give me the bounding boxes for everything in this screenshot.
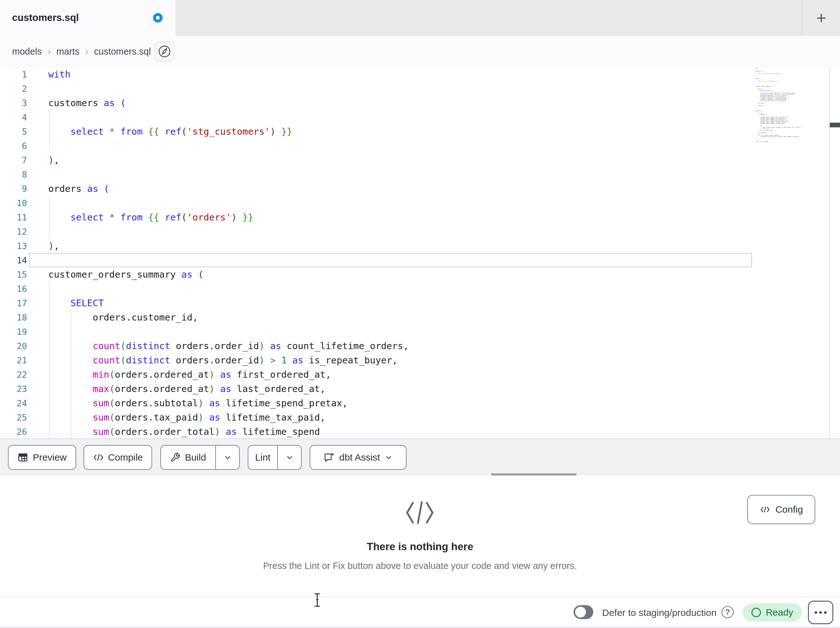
editor-tab-bar: customers.sql +: [0, 0, 840, 36]
editor-gutter: 1234567891011121314151617181920212223242…: [0, 67, 27, 438]
panel-resize-handle[interactable]: [830, 123, 840, 127]
lint-split-button: Lint: [248, 445, 302, 470]
breadcrumb-row: models › marts › customers.sql: [0, 36, 840, 67]
code-line-11[interactable]: select * from {{ ref('orders') }}: [48, 210, 409, 225]
table-icon: [17, 452, 28, 463]
wrench-icon: [170, 452, 180, 462]
line-number-19[interactable]: 19: [0, 325, 27, 339]
line-number-23[interactable]: 23: [0, 382, 27, 396]
line-number-2[interactable]: 2: [0, 82, 27, 96]
editor-minimap[interactable]: with customers as ( select * from {{ ref…: [755, 68, 819, 437]
breadcrumb-customers-sql[interactable]: customers.sql: [94, 46, 151, 57]
ellipsis-icon: •••: [814, 607, 828, 617]
code-line-15[interactable]: customer_orders_summary as (: [48, 267, 409, 282]
build-dropdown-button[interactable]: [216, 446, 239, 469]
build-button[interactable]: Build: [161, 446, 215, 469]
code-line-17[interactable]: SELECT: [48, 296, 409, 310]
line-number-8[interactable]: 8: [0, 168, 27, 182]
tab-customers-sql[interactable]: customers.sql: [0, 0, 175, 36]
line-number-14[interactable]: 14: [0, 253, 27, 267]
line-number-10[interactable]: 10: [0, 196, 27, 210]
assist-label: dbt Assist: [339, 452, 380, 463]
chevron-down-icon: [286, 453, 294, 462]
code-line-23[interactable]: max(orders.ordered_at) as last_ordered_a…: [48, 382, 409, 396]
chevron-right-icon: ›: [47, 46, 51, 57]
assist-chat-icon: [323, 452, 335, 463]
lint-label: Lint: [255, 452, 270, 463]
code-line-13[interactable]: ),: [48, 239, 409, 253]
line-number-5[interactable]: 5: [0, 125, 27, 139]
indent-guide: [49, 110, 49, 153]
code-line-2[interactable]: [48, 82, 409, 96]
code-icon: [759, 505, 771, 514]
breadcrumb-marts[interactable]: marts: [57, 46, 80, 57]
code-line-16[interactable]: [48, 282, 409, 296]
line-number-16[interactable]: 16: [0, 282, 27, 296]
code-line-10[interactable]: [48, 196, 409, 210]
line-number-3[interactable]: 3: [0, 96, 27, 110]
dbt-assist-button[interactable]: dbt Assist: [309, 445, 406, 470]
chevron-down-icon: [224, 453, 232, 462]
code-line-3[interactable]: customers as (: [48, 96, 409, 110]
code-line-6[interactable]: [48, 139, 409, 153]
code-line-4[interactable]: [48, 110, 409, 125]
indent-guide: [49, 196, 49, 239]
plus-icon: +: [816, 8, 826, 28]
code-line-5[interactable]: select * from {{ ref('stg_customers') }}: [48, 125, 409, 139]
code-line-12[interactable]: [48, 225, 409, 239]
line-number-9[interactable]: 9: [0, 182, 27, 196]
line-number-18[interactable]: 18: [0, 310, 27, 325]
line-number-22[interactable]: 22: [0, 367, 27, 382]
code-line-26[interactable]: sum(orders.order_total) as lifetime_spen…: [48, 425, 409, 438]
more-options-button[interactable]: •••: [808, 601, 833, 624]
preview-button[interactable]: Preview: [8, 445, 76, 470]
line-number-11[interactable]: 11: [0, 210, 27, 225]
defer-toggle[interactable]: [573, 605, 593, 619]
code-quality-panel: There is nothing here Press the Lint or …: [0, 476, 840, 596]
line-number-25[interactable]: 25: [0, 410, 27, 425]
code-empty-icon: [404, 500, 435, 525]
code-line-18[interactable]: orders.customer_id,: [48, 310, 409, 325]
line-number-6[interactable]: 6: [0, 139, 27, 153]
code-line-20[interactable]: count(distinct orders.order_id) as count…: [48, 339, 409, 353]
dbt-ide-window: customers.sql + models › marts › custome…: [0, 0, 840, 628]
code-line-9[interactable]: orders as (: [48, 182, 409, 196]
code-layer: withcustomers as ( select * from {{ ref(…: [48, 67, 409, 438]
new-tab-button[interactable]: +: [808, 6, 834, 30]
code-line-25[interactable]: sum(orders.tax_paid) as lifetime_tax_pai…: [48, 410, 409, 425]
empty-state-subtitle: Press the Lint or Fix button above to ev…: [0, 561, 840, 571]
code-line-21[interactable]: count(distinct orders.order_id) > 1 as i…: [48, 353, 409, 367]
line-number-13[interactable]: 13: [0, 239, 27, 253]
code-line-7[interactable]: ),: [48, 153, 409, 168]
line-number-21[interactable]: 21: [0, 353, 27, 367]
code-line-1[interactable]: with: [48, 67, 409, 82]
line-number-12[interactable]: 12: [0, 225, 27, 239]
compile-button[interactable]: Compile: [84, 445, 152, 470]
status-bar: Defer to staging/production ? Ready •••: [0, 596, 840, 628]
indent-guide: [49, 282, 49, 438]
line-number-7[interactable]: 7: [0, 153, 27, 168]
line-number-4[interactable]: 4: [0, 110, 27, 125]
empty-state-title: There is nothing here: [0, 541, 840, 553]
code-line-22[interactable]: min(orders.ordered_at) as first_ordered_…: [48, 367, 409, 382]
line-number-20[interactable]: 20: [0, 339, 27, 353]
line-number-24[interactable]: 24: [0, 396, 27, 410]
code-line-14[interactable]: [48, 253, 409, 267]
minimap-content: with customers as ( select * from {{ ref…: [755, 68, 819, 142]
config-button[interactable]: Config: [747, 495, 815, 524]
code-editor[interactable]: 1234567891011121314151617181920212223242…: [0, 67, 840, 438]
code-line-8[interactable]: [48, 168, 409, 182]
code-line-24[interactable]: sum(orders.subtotal) as lifetime_spend_p…: [48, 396, 409, 410]
line-number-26[interactable]: 26: [0, 425, 27, 438]
defer-label: Defer to staging/production: [602, 607, 717, 618]
breadcrumb-models[interactable]: models: [12, 46, 42, 57]
line-number-15[interactable]: 15: [0, 267, 27, 282]
line-number-17[interactable]: 17: [0, 296, 27, 310]
lint-dropdown-button[interactable]: [278, 446, 301, 469]
lint-button[interactable]: Lint: [248, 446, 277, 469]
line-number-1[interactable]: 1: [0, 67, 27, 82]
code-line-19[interactable]: [48, 325, 409, 339]
explore-lineage-button[interactable]: [155, 42, 174, 61]
help-icon[interactable]: ?: [722, 606, 734, 618]
text-cursor-pointer: [313, 593, 321, 607]
